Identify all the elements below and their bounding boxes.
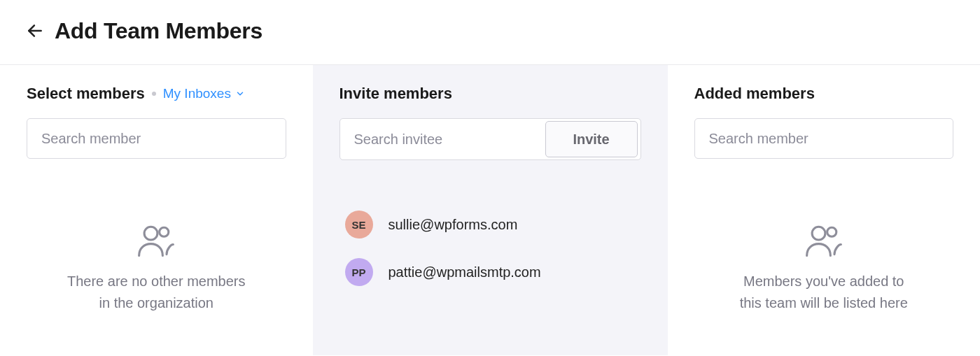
users-icon <box>694 222 954 258</box>
select-empty-text: There are no other members in the organi… <box>27 271 286 314</box>
invite-button[interactable]: Invite <box>545 121 638 157</box>
invite-search-input[interactable] <box>340 120 545 159</box>
added-empty-text: Members you've added to this team will b… <box>694 271 954 314</box>
inbox-filter-dropdown[interactable]: My Inboxes <box>163 86 245 101</box>
svg-point-4 <box>827 227 836 236</box>
columns-container: Select members My Inboxes There are no o… <box>0 65 980 355</box>
invite-heading: Invite members <box>340 85 452 103</box>
select-heading-row: Select members My Inboxes <box>27 85 286 103</box>
page-title: Add Team Members <box>55 18 262 44</box>
users-icon <box>27 222 286 258</box>
select-empty-state: There are no other members in the organi… <box>27 222 286 314</box>
dot-separator-icon <box>152 92 156 96</box>
select-heading: Select members <box>27 85 145 103</box>
svg-point-2 <box>160 227 169 236</box>
invitee-row[interactable]: SE sullie@wpforms.com <box>340 201 641 248</box>
avatar: SE <box>345 211 373 238</box>
added-heading: Added members <box>694 85 815 103</box>
added-members-column: Added members Members you've added to th… <box>668 65 981 355</box>
back-arrow-icon[interactable] <box>20 15 50 46</box>
avatar: PP <box>345 258 373 286</box>
added-heading-row: Added members <box>694 85 954 103</box>
invite-search-wrap: Invite <box>340 118 641 160</box>
invitee-row[interactable]: PP pattie@wpmailsmtp.com <box>340 248 641 296</box>
select-members-column: Select members My Inboxes There are no o… <box>0 65 313 355</box>
svg-point-3 <box>812 227 825 240</box>
added-empty-state: Members you've added to this team will b… <box>694 222 954 314</box>
invitee-email: sullie@wpforms.com <box>388 217 518 233</box>
inbox-filter-label: My Inboxes <box>163 86 231 101</box>
page-header: Add Team Members <box>0 0 980 65</box>
invitee-list: SE sullie@wpforms.com PP pattie@wpmailsm… <box>340 201 641 296</box>
svg-point-1 <box>144 227 158 240</box>
select-search-input[interactable] <box>27 118 286 159</box>
invite-heading-row: Invite members <box>340 85 641 103</box>
invitee-email: pattie@wpmailsmtp.com <box>388 264 541 280</box>
added-search-input[interactable] <box>694 118 954 159</box>
invite-members-column: Invite members Invite SE sullie@wpforms.… <box>313 65 668 355</box>
chevron-down-icon <box>235 89 245 99</box>
